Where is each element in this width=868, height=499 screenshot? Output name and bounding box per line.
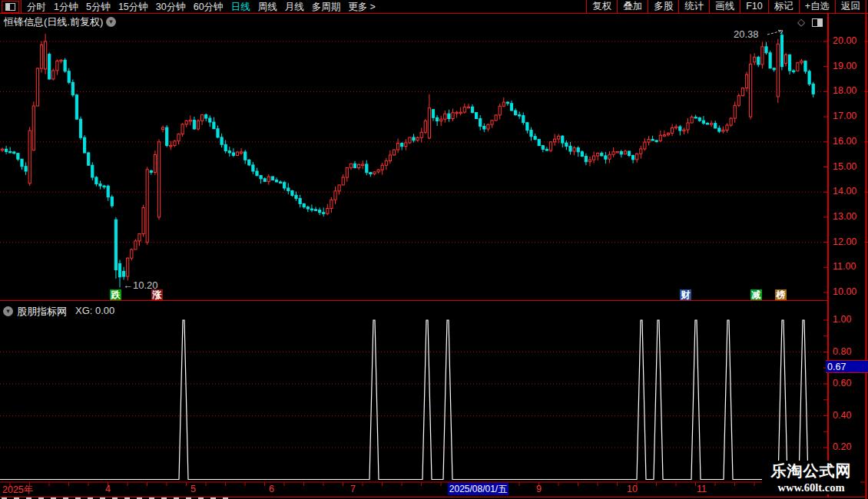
watermark-site-name: 乐淘公式网 [762, 461, 860, 481]
indicator-name: 股朋指标网 [17, 305, 67, 319]
trading-app-window: 分时1分钟5分钟15分钟30分钟60分钟日线周线月线多周期更多 > 复权叠加多股… [0, 0, 868, 499]
indicator-axis-label: 0.40 [833, 410, 851, 421]
price-axis-label: 18.00 [833, 85, 856, 96]
date-axis-label: 6 [269, 484, 274, 494]
period-tab-30分钟[interactable]: 30分钟 [156, 1, 186, 14]
marker-badge-榜[interactable]: 榜 [775, 289, 787, 300]
split-panel-icon [5, 3, 15, 11]
indicator-axis-label: 0.80 [833, 346, 851, 357]
indicator-axis-label: 0.20 [833, 441, 851, 452]
date-axis-label: 2025年 [2, 484, 33, 497]
watermark-url: www.60lt.com [762, 481, 860, 494]
period-tab-分时[interactable]: 分时 [27, 1, 46, 14]
period-tab-60分钟[interactable]: 60分钟 [194, 1, 224, 14]
price-axis-label: 11.00 [833, 261, 856, 272]
period-tab-日线[interactable]: 日线 [231, 1, 250, 14]
date-axis-label: 5 [190, 484, 196, 494]
toolbar-button-复权[interactable]: 复权 [586, 0, 617, 13]
price-axis-label: 14.00 [833, 186, 856, 197]
indicator-value: XG: 0.00 [75, 305, 114, 316]
marker-badge-跌[interactable]: 跌 [110, 289, 121, 300]
date-axis-label: 11 [697, 484, 707, 494]
event-badges: 跌涨财减榜 [0, 289, 828, 300]
toolbar-button-统计[interactable]: 统计 [678, 0, 709, 13]
split-panel-icon[interactable] [812, 18, 823, 27]
price-axis-label: 20.00 [833, 35, 856, 46]
toolbar-button-标记[interactable]: 标记 [768, 0, 799, 13]
toolbar-button-画线[interactable]: 画线 [709, 0, 740, 13]
toolbar-actions: 复权叠加多股统计画线F10标记+自选返回 [586, 0, 866, 13]
chart-title: 恒锋信息(日线.前复权) [4, 15, 103, 29]
selected-date-badge: 2025/08/01/五 [448, 483, 509, 495]
price-axis-label: 10.00 [833, 286, 856, 297]
toolbar-button-+自选[interactable]: +自选 [799, 0, 835, 13]
period-tabs: 分时1分钟5分钟15分钟30分钟60分钟日线周线月线多周期更多 > [27, 1, 383, 14]
period-tab-1分钟[interactable]: 1分钟 [54, 1, 78, 14]
chevron-down-icon[interactable]: ▾ [106, 17, 116, 27]
date-axis[interactable]: 2025年456791011 2025/08/01/五 [0, 482, 865, 497]
marker-badge-财[interactable]: 财 [680, 289, 691, 300]
price-axis-label: 13.00 [833, 211, 856, 222]
diamond-icon[interactable]: ◇ [797, 16, 805, 28]
period-tab-5分钟[interactable]: 5分钟 [86, 1, 111, 14]
period-tab-15分钟[interactable]: 15分钟 [118, 1, 148, 14]
price-axis-label: 15.00 [833, 161, 856, 172]
layout-icon-button[interactable] [2, 1, 19, 13]
toolbar-button-多股[interactable]: 多股 [648, 0, 678, 13]
marker-badge-减[interactable]: 减 [750, 289, 762, 300]
date-axis-label: 4 [105, 484, 111, 494]
period-tab-周线[interactable]: 周线 [258, 1, 277, 14]
period-tab-更多 >[interactable]: 更多 > [348, 1, 376, 14]
main-chart-panel[interactable] [0, 14, 828, 301]
price-axis-label: 16.00 [833, 136, 856, 147]
toolbar-button-返回[interactable]: 返回 [835, 0, 866, 13]
indicator-panel[interactable] [0, 301, 828, 482]
indicator-cursor-value: 0.67 [826, 360, 868, 373]
high-price-annotation: 20.38 [734, 28, 759, 40]
price-axis-label: 17.00 [833, 111, 856, 121]
date-axis-label: 7 [350, 484, 356, 494]
price-axis-label: 19.00 [833, 61, 856, 71]
price-axis-label: 12.00 [833, 236, 856, 247]
date-axis-label: 10 [627, 484, 638, 494]
period-tab-多周期[interactable]: 多周期 [312, 1, 341, 14]
date-axis-label: 9 [536, 484, 542, 494]
watermark: 乐淘公式网 www.60lt.com [762, 461, 860, 494]
period-tab-月线[interactable]: 月线 [285, 1, 304, 14]
toolbar-button-叠加[interactable]: 叠加 [617, 0, 648, 13]
marker-badge-涨[interactable]: 涨 [151, 289, 163, 300]
indicator-axis-label: 1.00 [833, 314, 851, 325]
toolbar-button-F10[interactable]: F10 [740, 0, 768, 13]
top-toolbar: 分时1分钟5分钟15分钟30分钟60分钟日线周线月线多周期更多 > 复权叠加多股… [0, 0, 868, 14]
toolbar-divider [21, 0, 22, 14]
indicator-axis-label: 0.60 [833, 378, 851, 388]
chevron-down-icon[interactable]: ▾ [3, 306, 13, 316]
